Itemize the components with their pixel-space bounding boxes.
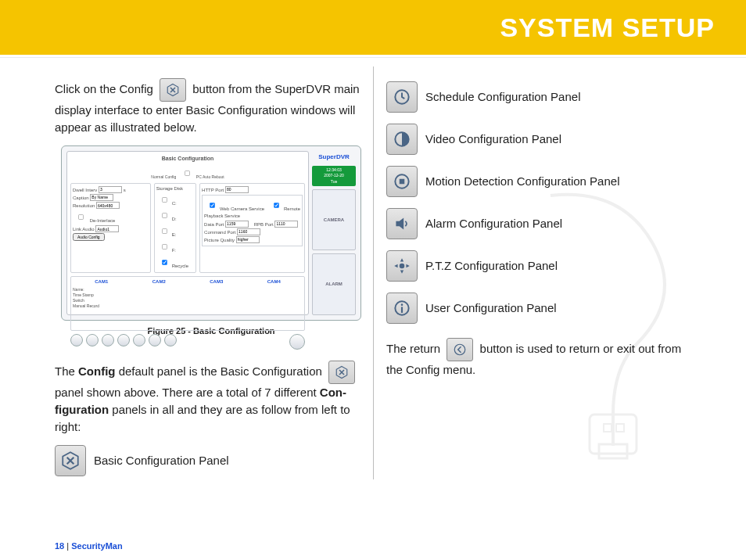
svg-point-13 — [401, 303, 403, 306]
panel-row-schedule: Schedule Configuration Panel — [386, 81, 699, 113]
clock-box: 12:34:032007-12-20Tue — [312, 166, 356, 186]
wrench-cross-icon — [335, 365, 349, 379]
picture-quality-select[interactable] — [236, 236, 260, 243]
user-panel-label: User Configuration Panel — [425, 300, 557, 317]
video-icon-box — [386, 124, 418, 155]
footer-btn-6[interactable] — [149, 334, 161, 346]
drive-d-check[interactable] — [162, 214, 167, 219]
panel-row-motion: Motion Detection Configuration Panel — [386, 166, 699, 197]
dwell-input[interactable] — [99, 186, 122, 193]
window-sidebar: SuperDVR 12:34:032007-12-20Tue CAMERA AL… — [312, 151, 356, 315]
ptz-panel-label: P.T.Z Configuration Panel — [425, 257, 558, 275]
auto-reboot-check[interactable] — [185, 171, 191, 176]
superdvr-logo: SuperDVR — [312, 151, 356, 163]
footer-btn-5[interactable] — [133, 334, 145, 346]
figure-25: Basic Configuration Normal Config PC Aut… — [55, 145, 368, 338]
camera-side-label: CAMERA — [312, 189, 356, 250]
caption-select[interactable] — [90, 194, 113, 201]
wrench-cross-icon — [60, 451, 81, 471]
svg-point-15 — [455, 344, 466, 355]
basic-config-window: Basic Configuration Normal Config PC Aut… — [61, 145, 361, 321]
http-port-input[interactable] — [225, 186, 249, 193]
page-number: 18 — [55, 541, 64, 551]
general-group: Dwell Interv s Caption Resolution De-Int… — [70, 183, 151, 274]
panel-row-ptz: P.T.Z Configuration Panel — [386, 250, 699, 282]
drive-e-check[interactable] — [162, 229, 167, 235]
recycle-check[interactable] — [162, 260, 167, 266]
footer-btn-7[interactable] — [164, 334, 177, 346]
return-button-inline[interactable] — [447, 338, 473, 361]
contrast-icon — [392, 129, 412, 149]
left-column: Click on the Config button from the Supe… — [55, 78, 368, 487]
drive-c-check[interactable] — [162, 198, 167, 203]
ptz-icon-box — [386, 250, 418, 282]
window-title: Basic Configuration — [70, 155, 305, 163]
intro-paragraph: Click on the Config button from the Supe… — [55, 78, 368, 136]
panel-row-alarm: Alarm Configuration Panel — [386, 208, 699, 239]
dpad-icon — [392, 256, 412, 276]
svg-rect-10 — [400, 179, 405, 185]
camera-grid: CAM1CAM2CAM3CAM4 Name:Time StampSwitchMa… — [70, 276, 305, 331]
rpb-port-input[interactable] — [274, 221, 298, 228]
alarm-icon-box — [386, 208, 418, 239]
footer-return-btn[interactable] — [289, 334, 305, 350]
window-footer-buttons — [70, 334, 305, 350]
config-description: The Config default panel is the Basic Co… — [55, 361, 368, 435]
deinterlace-check[interactable] — [78, 214, 84, 220]
panel-row-video: Video Configuration Panel — [386, 124, 699, 155]
schedule-icon-box — [386, 81, 418, 113]
config-button-inline[interactable] — [160, 78, 186, 102]
remote-check[interactable] — [274, 203, 279, 208]
page-title: SYSTEM SETUP — [500, 13, 715, 43]
intro-text-pre: Click on the Config — [55, 82, 156, 95]
footer-btn-4[interactable] — [117, 334, 130, 346]
window-subtitle: Normal Config PC Auto Reboot — [70, 166, 305, 181]
cmd-port-input[interactable] — [237, 228, 260, 235]
column-divider — [373, 66, 374, 479]
footer-btn-3[interactable] — [102, 334, 114, 346]
stop-square-icon — [392, 171, 412, 192]
svg-point-11 — [400, 264, 405, 269]
audio-config-button[interactable]: Audio Config — [73, 233, 105, 241]
grid-rows: Name:Time StampSwitchManual Record — [73, 287, 303, 309]
basic-config-icon — [55, 445, 86, 476]
clock-icon — [392, 87, 412, 107]
webcam-check[interactable] — [210, 203, 215, 208]
link-audio-select[interactable] — [95, 225, 119, 232]
storage-group: Storage Disk C: D: E: F: Recycle — [154, 183, 196, 274]
basic-panel-label: Basic Configuration Panel — [94, 452, 229, 469]
user-icon-box — [386, 293, 418, 324]
footer-btn-1[interactable] — [70, 334, 83, 346]
wrench-cross-icon — [166, 83, 180, 97]
data-port-input[interactable] — [225, 221, 249, 228]
network-group: HTTP Port Web Camera Service Remote Play… — [199, 183, 305, 274]
panel-row-user: User Configuration Panel — [386, 293, 699, 324]
motion-icon-box — [386, 166, 418, 197]
footer-btn-2[interactable] — [86, 334, 99, 346]
config-button-inline-2[interactable] — [328, 361, 355, 384]
video-panel-label: Video Configuration Panel — [425, 131, 561, 148]
right-column: Schedule Configuration Panel Video Confi… — [386, 78, 699, 487]
schedule-panel-label: Schedule Configuration Panel — [425, 88, 580, 106]
alarm-side-label: ALARM — [312, 253, 356, 314]
drive-f-check[interactable] — [162, 245, 167, 250]
speaker-icon — [392, 214, 412, 234]
alarm-panel-label: Alarm Configuration Panel — [425, 215, 562, 232]
motion-panel-label: Motion Detection Configuration Panel — [425, 173, 619, 190]
page-footer: 18 | SecurityMan — [55, 541, 123, 551]
footer-brand: SecurityMan — [71, 541, 122, 551]
resolution-select[interactable] — [96, 202, 120, 209]
svg-rect-14 — [401, 307, 403, 313]
info-icon — [392, 298, 412, 318]
panel-row-basic: Basic Configuration Panel — [55, 445, 368, 476]
return-arrow-icon — [453, 343, 467, 357]
header-band: SYSTEM SETUP — [0, 0, 746, 55]
return-paragraph: The return button is used to return or e… — [386, 338, 699, 379]
